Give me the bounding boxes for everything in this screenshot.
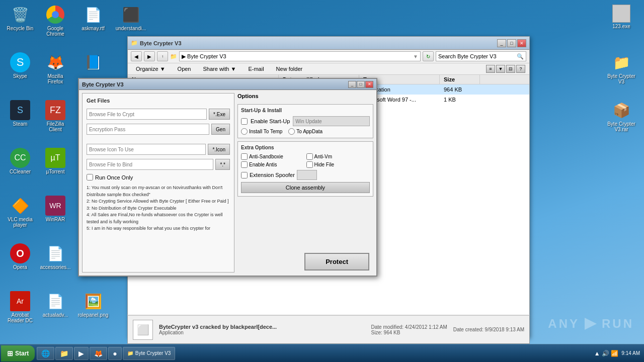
anti-vm-item: Anti-Vm [306,153,370,160]
encryption-pass-row: Gen [87,124,230,135]
desktop-icon-ccleaner[interactable]: CC CCleaner [3,146,38,176]
crypter-close-button[interactable]: ✕ [365,81,373,88]
desktop-icon-utorrent[interactable]: µT µTorrent [38,146,73,176]
chrome-taskbar-icon[interactable]: ● [108,347,121,360]
bytecrypter-taskbar-icon: 📁 [127,350,133,356]
desktop-icon-vlc[interactable]: 🔶 VLC media player [3,194,38,230]
desktop-icon-winrar[interactable]: WR WinRAR [38,194,73,224]
desktop-icon-actualadv[interactable]: 📄 actualadv... [38,289,73,320]
winrar-label: WinRAR [46,217,65,222]
clone-assembly-button[interactable]: Clone assembly [241,182,370,193]
desktop-icon-chrome[interactable]: Google Chrome [38,3,73,39]
desktop-icon-steam[interactable]: S Steam [3,98,38,129]
enable-startup-label: Enable Start-Up [251,118,290,124]
dialog-bottom: Protect [237,251,373,273]
recycle-bin-icon: 🗑️ [10,5,30,25]
options-title: Options [237,93,373,99]
bytecrypter-taskbar-item[interactable]: 📁 Byte Crypter V3 [123,347,176,360]
tray-clock[interactable]: 9:14 AM [621,350,640,356]
search-bar[interactable]: Search Byte Crypter V3 🔍 [436,51,526,61]
share-with-button[interactable]: Share with ▼ [199,65,240,73]
extension-value-input[interactable]: Exe [297,170,317,180]
explorer-maximize-button[interactable]: □ [507,39,516,47]
desktop-icon-rolepanel[interactable]: 🖼️ rolepanel.png [75,289,111,320]
filezilla-label: FileZilla Client [40,121,71,132]
windows-logo-icon: ⊞ [7,349,13,357]
start-button[interactable]: ⊞ Start [1,345,35,361]
desktop-icon-opera[interactable]: O Opera [3,241,38,272]
askmay-label: askmay.rtf [82,26,104,31]
browse-icon-button[interactable]: *.Icon [208,144,230,155]
explorer-back-button[interactable]: ◀ [131,51,142,61]
view-dropdown-button[interactable]: ▼ [496,65,505,73]
anti-sandboxie-checkbox[interactable] [241,153,248,160]
file-size: Size: 964 KB [371,330,447,335]
view-list-button[interactable]: ≡ [486,65,495,73]
organize-button[interactable]: Organize ▼ [132,65,170,73]
options-panel: Options Start-Up & Install Enable Start-… [237,93,373,273]
desktop-icon-word2[interactable]: 📘 [75,50,111,75]
explorer-forward-button[interactable]: ▶ [144,51,155,61]
anyrun-run-text: RUN [602,317,634,331]
crypter-maximize-button[interactable]: □ [357,81,365,88]
taskbar-items: 🌐 📁 ▶ 🦊 ● 📁 Byte Crypter V3 [35,347,590,360]
file-info-dates-right: Date created: 9/9/2018 9:13 AM [453,327,524,332]
install-to-temp-item: Install To Temp [241,128,282,135]
address-bar[interactable]: ▶ Byte Crypter V3 ▼ [179,51,421,61]
desktop-icon-filezilla[interactable]: FZ FileZilla Client [38,98,73,134]
explorer-close-button[interactable]: ✕ [517,39,526,47]
browse-bind-input[interactable] [87,159,213,170]
open-button[interactable]: Open [174,65,195,73]
file-preview-icon: ⬜ [133,320,153,340]
extension-spoofer-checkbox[interactable] [241,172,248,178]
anti-vm-checkbox[interactable] [306,153,313,160]
enable-antis-checkbox[interactable] [241,161,248,168]
protect-button[interactable]: Protect [304,253,369,270]
start-label: Start [15,350,29,357]
filezilla-icon: FZ [45,100,65,120]
browse-bind-button[interactable]: *.* [215,159,230,170]
desktop-icon-askmay[interactable]: 📄 askmay.rtf [75,3,111,33]
ie-taskbar-icon[interactable]: 🌐 [37,347,54,360]
run-once-checkbox[interactable] [87,174,93,180]
email-button[interactable]: E-mail [244,65,268,73]
skype-label: Skype [13,73,27,79]
chrome-label: Google Chrome [40,26,71,37]
header-size[interactable]: Size [440,75,480,84]
info-line-1: 1: You must only scan on my-avscan or on… [87,185,230,198]
to-appdata-item: To AppData [288,128,323,135]
desktop-icon-bytecrypter-folder[interactable]: 📁 Byte Crypter V3 [604,50,639,86]
desktop-icon-skype[interactable]: S Skype [3,50,38,81]
hide-file-checkbox[interactable] [306,161,313,168]
install-to-temp-radio[interactable] [241,128,248,135]
recycle-bin-label: Recycle Bin [7,26,34,31]
desktop-icon-acrobat[interactable]: Ar Acrobat Reader DC [3,289,38,325]
enable-startup-checkbox[interactable] [241,118,248,125]
chrome-icon [45,5,65,25]
to-appdata-radio[interactable] [288,128,295,135]
explorer-minimize-button[interactable]: _ [497,39,506,47]
new-folder-button[interactable]: New folder [272,65,307,73]
explorer-refresh-button[interactable]: ↻ [423,51,434,61]
explorer-taskbar-icon[interactable]: 📁 [55,347,73,360]
encryption-pass-input[interactable] [87,124,209,135]
desktop-icon-accessories[interactable]: 📄 accessories... [38,241,73,272]
gen-button[interactable]: Gen [211,124,230,135]
explorer-up-button[interactable]: ↑ [157,51,168,61]
browse-crypt-input[interactable] [87,109,207,120]
browse-icon-input[interactable] [87,144,206,155]
browse-crypt-button[interactable]: *.Exe [209,109,230,120]
desktop-icon-123exe[interactable]: 123.exe [604,3,639,31]
firefox-taskbar-icon[interactable]: 🦊 [90,347,107,360]
address-bar-dropdown-icon[interactable]: ▼ [413,54,418,59]
help-button[interactable]: ? [516,65,525,73]
wmp-taskbar-icon[interactable]: ▶ [74,347,89,360]
crypter-minimize-button[interactable]: _ [348,81,356,88]
desktop-icon-recycle-bin[interactable]: 🗑️ Recycle Bin [3,3,38,33]
preview-pane-button[interactable]: ⊟ [506,65,515,73]
info-text: 1: You must only scan on my-avscan or on… [87,185,230,232]
win-update-input[interactable] [293,116,370,126]
desktop-icon-firefox[interactable]: 🦊 Mozilla Firefox [38,50,73,86]
desktop-icon-understanding[interactable]: ⬛ understandi... [113,3,148,33]
desktop-icon-bytecrypter-rar[interactable]: 📦 Byte Crypter V3.rar [604,98,639,134]
